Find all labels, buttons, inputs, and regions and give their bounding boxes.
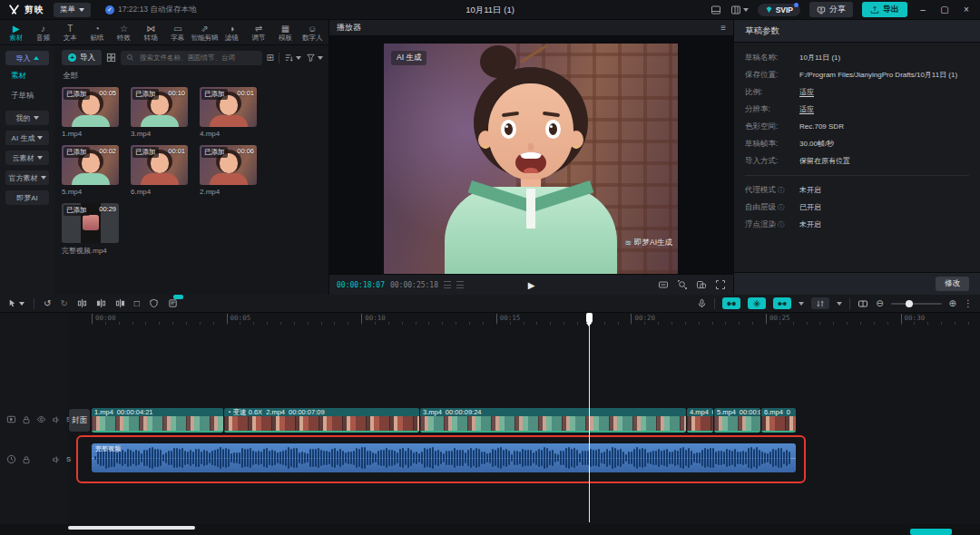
media-thumbnail[interactable]: 已添加00:05 — [62, 87, 119, 127]
video-clip[interactable]: 6.mp40 — [761, 408, 796, 433]
linkage-toggle[interactable] — [773, 297, 791, 309]
tab-effects[interactable]: ☆特效 — [111, 24, 138, 42]
playhead-handle[interactable] — [586, 313, 593, 323]
sidebar-item-1[interactable]: 素材 — [11, 71, 54, 82]
media-thumbnail[interactable]: 已添加00:01 — [131, 145, 188, 185]
grid-view-icon[interactable]: ⊞ — [267, 53, 274, 63]
cover-button[interactable]: 封面 — [69, 409, 90, 432]
tab-digital-human[interactable]: ☺数字人 — [299, 24, 326, 42]
more-options-icon[interactable]: ⋮ — [964, 298, 973, 308]
tab-adjust[interactable]: ⇌调节 — [245, 24, 272, 42]
lock-icon[interactable] — [22, 415, 31, 424]
lock-icon[interactable] — [22, 455, 31, 464]
tab-captions[interactable]: ▭字幕 — [164, 24, 191, 42]
media-item[interactable]: 已添加00:014.mp4 — [200, 87, 257, 138]
split-button[interactable] — [77, 298, 87, 308]
aspect-ratio-icon[interactable] — [696, 279, 707, 290]
sidebar-item-5[interactable]: 云素材 — [5, 151, 49, 165]
tab-media[interactable]: ▶素材 — [3, 24, 30, 42]
sidebar-item-6[interactable]: 官方素材 — [5, 170, 49, 185]
sidebar-item-7[interactable]: 即梦AI — [5, 190, 49, 205]
media-item[interactable]: 已添加00:016.mp4 — [131, 145, 188, 196]
sidebar-item-2[interactable]: 子草稿 — [11, 91, 54, 102]
track-adjust-button[interactable] — [811, 297, 829, 309]
audio-clip[interactable]: 完整视频 — [92, 443, 796, 472]
slider-handle[interactable] — [906, 300, 913, 307]
svip-badge[interactable]: SVIP — [758, 4, 800, 16]
video-clip[interactable]: 5.mp400:00:01:2 — [714, 408, 760, 433]
auto-snap-toggle[interactable] — [748, 297, 766, 309]
export-button[interactable]: 导出 — [862, 2, 907, 17]
undo-button[interactable]: ↺ — [44, 298, 51, 308]
sidebar-item-import[interactable]: 导入 — [5, 51, 49, 65]
play-button[interactable]: ▶ — [528, 275, 535, 296]
mute-track-icon[interactable] — [52, 455, 61, 464]
tab-sticker[interactable]: ◔贴纸 — [83, 24, 111, 42]
record-audio-icon[interactable] — [697, 298, 707, 308]
media-item[interactable]: 已添加00:103.mp4 — [131, 87, 188, 138]
tab-text[interactable]: T文本 — [56, 24, 83, 42]
video-clip[interactable]: 1.mp400:00:04:21 — [92, 408, 223, 433]
display-quality-icon[interactable] — [658, 279, 669, 290]
param-value[interactable]: 适应 — [799, 104, 969, 114]
modify-button[interactable]: 修改 — [936, 277, 969, 291]
search-input[interactable] — [138, 53, 257, 63]
timeline-zoom-slider[interactable] — [891, 303, 942, 305]
media-thumbnail[interactable]: 已添加00:01 — [200, 87, 257, 127]
video-clip[interactable]: ◔ 变速 0.6X2.mp400:00:07:09 — [224, 408, 419, 433]
tab-template[interactable]: ▦模板 — [272, 24, 299, 42]
menu-button[interactable]: 菜单 — [54, 3, 91, 17]
tab-filter[interactable]: ◑滤镜 — [218, 24, 245, 42]
video-clip[interactable]: 3.mp400:00:09:24 — [420, 408, 686, 433]
media-item[interactable]: 已添加00:29完整视频.mp4 — [62, 203, 119, 256]
media-thumbnail[interactable]: 已添加00:02 — [62, 145, 119, 185]
close-button[interactable]: × — [960, 5, 973, 15]
playhead-line[interactable] — [589, 313, 590, 522]
smart-caption-button[interactable] — [168, 298, 178, 308]
tab-transition[interactable]: ⋈转场 — [137, 24, 164, 42]
trim-left-button[interactable] — [96, 298, 106, 308]
hide-track-icon[interactable] — [36, 414, 46, 424]
media-thumbnail[interactable]: 已添加00:10 — [131, 87, 188, 127]
chevron-down-icon[interactable] — [837, 302, 842, 306]
solo-track-button[interactable]: S — [66, 455, 71, 463]
time-ruler[interactable]: 00:0000:0500:1000:1500:2000:2500:30 — [68, 313, 980, 325]
tab-smart-edit[interactable]: ⇗智能剪辑 — [191, 24, 219, 42]
param-value[interactable]: 适应 — [799, 87, 969, 97]
media-item[interactable]: 已添加00:025.mp4 — [62, 145, 119, 196]
maximize-button[interactable]: ▢ — [938, 5, 951, 15]
main-track-magnet-toggle[interactable] — [722, 297, 740, 309]
scrollbar-thumb[interactable] — [68, 526, 195, 530]
media-item[interactable]: 已添加00:051.mp4 — [62, 87, 119, 138]
player-menu-icon[interactable]: ≡ — [720, 23, 726, 33]
zoom-in-icon[interactable]: ⊕ — [949, 298, 956, 308]
filter-icon[interactable] — [306, 53, 323, 63]
trim-right-button[interactable] — [115, 298, 125, 308]
import-button[interactable]: + 导入 — [62, 50, 102, 65]
sort-icon[interactable] — [284, 53, 301, 63]
mute-track-icon[interactable] — [52, 415, 61, 424]
horizontal-scrollbar[interactable] — [0, 524, 980, 535]
search-box[interactable] — [121, 51, 262, 65]
preview-zoom-icon[interactable] — [677, 279, 688, 290]
sidebar-item-3[interactable]: 我的 — [5, 111, 49, 125]
zoom-out-icon[interactable]: ⊖ — [876, 298, 883, 308]
chevron-down-icon[interactable] — [799, 302, 804, 306]
preview-axis-icon[interactable] — [858, 298, 868, 309]
redo-button[interactable]: ↻ — [60, 298, 67, 308]
fullscreen-icon[interactable] — [715, 279, 726, 290]
tab-audio[interactable]: ♪音频 — [30, 24, 57, 42]
mask-button[interactable] — [149, 298, 159, 308]
minimize-button[interactable]: – — [916, 5, 929, 15]
sidebar-item-4[interactable]: AI 生成 — [5, 131, 49, 145]
layout-panel-icon[interactable] — [710, 5, 721, 15]
select-tool[interactable] — [7, 298, 24, 308]
media-thumbnail[interactable]: 已添加00:06 — [200, 145, 257, 185]
media-thumbnail[interactable]: 已添加00:29 — [62, 203, 119, 243]
share-button[interactable]: 分享 — [809, 2, 853, 17]
video-clip[interactable]: 4.mp40 — [687, 408, 713, 433]
delete-button[interactable]: □ — [134, 298, 140, 308]
workspace-layout-icon[interactable] — [730, 5, 749, 15]
media-item[interactable]: 已添加00:062.mp4 — [200, 145, 257, 196]
library-view-icon[interactable] — [106, 53, 116, 63]
